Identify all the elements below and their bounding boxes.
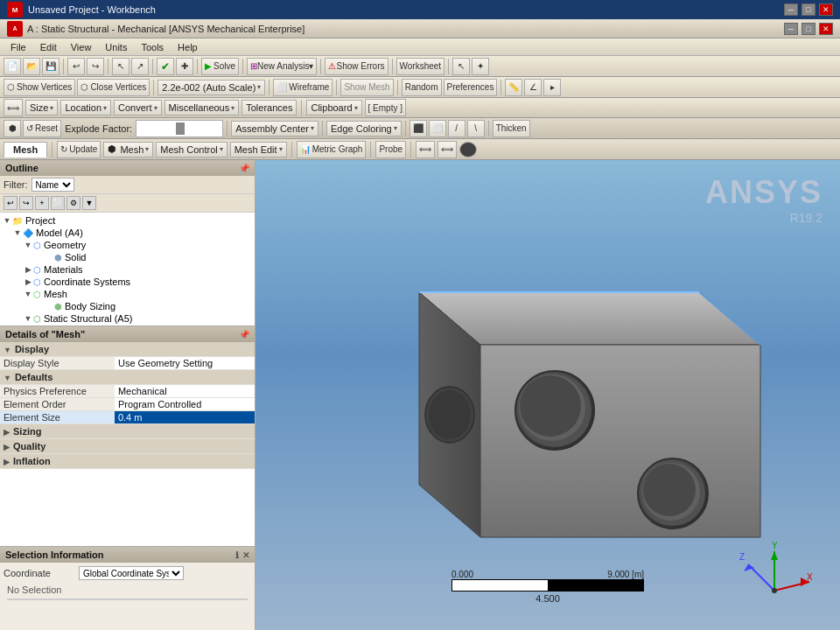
project-toggle[interactable]: ▼ <box>2 216 12 225</box>
tree-item-body-sizing[interactable]: ⬢ Body Sizing <box>2 300 253 312</box>
misc-dropdown[interactable]: Miscellaneous ▾ <box>164 100 240 116</box>
open-btn[interactable]: 📂 <box>23 58 40 75</box>
plus-btn[interactable]: ✚ <box>176 58 193 75</box>
convert-dropdown[interactable]: Convert ▾ <box>114 100 162 116</box>
menu-help[interactable]: Help <box>171 40 205 54</box>
physics-pref-val[interactable]: Mechanical <box>115 385 255 398</box>
maximize-btn[interactable]: □ <box>802 4 816 16</box>
outline-btn5[interactable]: ⚙ <box>66 196 80 210</box>
show-vertices-btn[interactable]: ⬡ Show Vertices <box>4 79 75 96</box>
check-btn[interactable]: ✔ <box>157 58 174 75</box>
mesh-icon-btn[interactable]: ⬢ <box>4 120 21 137</box>
redo-btn[interactable]: ↪ <box>87 58 104 75</box>
probe-btn[interactable]: Probe <box>375 141 406 158</box>
new-analysis-btn[interactable]: ⊞ New Analysis ▾ <box>247 58 317 75</box>
select2-btn[interactable]: ↗ <box>131 58 149 75</box>
mesh-control-dropdown[interactable]: Mesh Control ▾ <box>156 142 227 158</box>
tree-item-model[interactable]: ▼ 🔷 Model (A4) <box>2 227 253 239</box>
reset-btn[interactable]: ↺ Reset <box>23 120 61 137</box>
color-btn1[interactable]: ⬛ <box>410 120 427 137</box>
ruler-btn[interactable]: 📏 <box>505 79 522 96</box>
empty-btn[interactable]: [ Empty ] <box>365 99 406 116</box>
wireframe-btn[interactable]: ⬜ Wireframe <box>273 79 332 96</box>
tree-item-solid[interactable]: ⬢ Solid <box>2 251 253 263</box>
outline-btn3[interactable]: + <box>35 196 49 210</box>
angle-btn[interactable]: ∠ <box>524 79 542 96</box>
save-btn[interactable]: 💾 <box>42 58 60 75</box>
clipboard-dropdown[interactable]: Clipboard ▾ <box>306 100 361 116</box>
star-btn[interactable]: ✦ <box>472 58 489 75</box>
menu-edit[interactable]: Edit <box>33 40 64 54</box>
random-btn[interactable]: Random <box>402 79 442 96</box>
color-btn2[interactable]: ⬜ <box>429 120 446 137</box>
selection-info-icon[interactable]: ℹ <box>235 550 239 560</box>
assembly-center-dropdown[interactable]: Assembly Center ▾ <box>231 121 318 136</box>
worksheet-btn[interactable]: Worksheet <box>396 58 445 75</box>
display-style-val[interactable]: Use Geometry Setting <box>115 357 255 370</box>
new-file-btn[interactable]: 📄 <box>4 58 21 75</box>
close-btn[interactable]: ✕ <box>819 4 833 16</box>
outline-btn1[interactable]: ↩ <box>4 196 18 210</box>
outline-btn4[interactable]: ⬜ <box>51 196 65 210</box>
display-expand-icon[interactable]: ▼ <box>4 346 11 354</box>
viewport[interactable]: ANSYS R19.2 <box>256 160 840 630</box>
static-toggle[interactable]: ▼ <box>23 314 33 323</box>
geometry-toggle[interactable]: ▼ <box>23 241 33 249</box>
tree-item-geometry[interactable]: ▼ ⬡ Geometry <box>2 239 253 251</box>
menu-view[interactable]: View <box>64 40 99 54</box>
menu-units[interactable]: Units <box>98 40 134 54</box>
metric-graph-btn[interactable]: 📊 Metric Graph <box>297 141 367 158</box>
app-maximize-btn[interactable]: □ <box>802 23 816 35</box>
extra-btn3[interactable] <box>459 142 477 158</box>
arrow-left-btn[interactable]: ⟺ <box>4 99 23 116</box>
tolerances-dropdown[interactable]: Tolerances <box>242 100 297 116</box>
tree-item-static[interactable]: ▼ ⬡ Static Structural (A5) <box>2 312 253 325</box>
outline-btn6[interactable]: ▼ <box>82 196 96 210</box>
extra-btn1[interactable]: ⟺ <box>416 141 435 158</box>
app-minimize-btn[interactable]: ─ <box>784 23 798 35</box>
details-pin-icon[interactable]: 📌 <box>239 330 249 340</box>
explode-slider[interactable] <box>136 120 223 137</box>
minimize-btn[interactable]: ─ <box>784 4 798 16</box>
color-btn4[interactable]: \ <box>467 120 485 137</box>
tree-item-project[interactable]: ▼ 📁 Project <box>2 214 253 227</box>
materials-toggle[interactable]: ▶ <box>23 265 33 274</box>
undo-btn[interactable]: ↩ <box>67 58 85 75</box>
coord-dropdown[interactable]: Global Coordinate System <box>79 566 184 580</box>
selection-close-icon[interactable]: ✕ <box>242 550 249 560</box>
pin-icon[interactable]: 📌 <box>239 164 249 173</box>
element-size-row[interactable]: Element Size 0.4 m <box>0 411 255 424</box>
solid-toggle[interactable] <box>44 253 54 262</box>
outline-btn2[interactable]: ↪ <box>19 196 33 210</box>
show-mesh-btn[interactable]: Show Mesh <box>340 79 393 96</box>
location-dropdown[interactable]: Location ▾ <box>60 100 111 116</box>
update-btn[interactable]: ↻ Update <box>57 141 101 158</box>
filter-select[interactable]: Name <box>32 178 74 192</box>
edge-coloring-dropdown[interactable]: Edge Coloring ▾ <box>326 121 402 136</box>
show-errors-btn[interactable]: ⚠ Show Errors <box>325 58 388 75</box>
element-order-val[interactable]: Program Controlled <box>115 398 255 411</box>
menu-file[interactable]: File <box>4 40 33 54</box>
extra-btn2[interactable]: ⟺ <box>438 141 457 158</box>
close-vertices-btn[interactable]: ⬡ Close Vertices <box>77 79 150 96</box>
solve-btn[interactable]: ▶Solve <box>201 58 239 75</box>
select-btn[interactable]: ↖ <box>112 58 130 75</box>
inflation-expand-icon[interactable]: ▶ <box>4 458 10 466</box>
tree-item-materials[interactable]: ▶ ⬡ Materials <box>2 263 253 276</box>
cursor-btn[interactable]: ↖ <box>452 58 470 75</box>
auto-scale-dropdown[interactable]: 2.2e-002 (Auto Scale) ▾ <box>158 80 265 95</box>
menu-tools[interactable]: Tools <box>134 40 171 54</box>
size-dropdown[interactable]: Size ▾ <box>25 100 58 116</box>
more-btn[interactable]: ▸ <box>543 79 561 96</box>
element-size-val[interactable]: 0.4 m <box>115 411 255 424</box>
body-sizing-toggle[interactable] <box>44 302 54 311</box>
mesh-tab[interactable]: Mesh <box>4 142 47 158</box>
quality-expand-icon[interactable]: ▶ <box>4 443 10 452</box>
app-close-btn[interactable]: ✕ <box>819 23 833 35</box>
model-toggle[interactable]: ▼ <box>12 228 23 237</box>
color-btn3[interactable]: / <box>448 120 466 137</box>
tree-item-mesh[interactable]: ▼ ⬡ Mesh <box>2 288 253 300</box>
mesh-toggle[interactable]: ▼ <box>23 290 33 298</box>
tree-item-coord[interactable]: ▶ ⬡ Coordinate Systems <box>2 276 253 288</box>
preferences-btn[interactable]: Preferences <box>444 79 498 96</box>
